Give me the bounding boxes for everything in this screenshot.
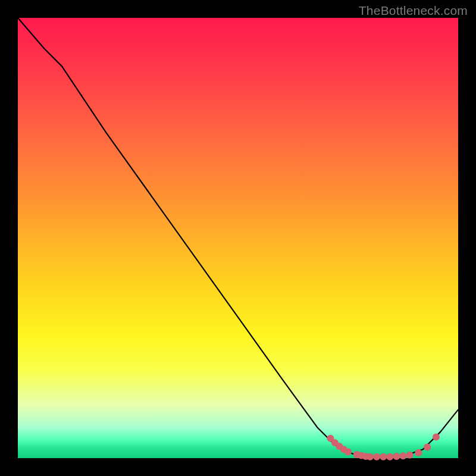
data-dot — [433, 434, 440, 441]
data-dot — [393, 453, 400, 460]
chart-container: TheBottleneck.com — [0, 0, 476, 476]
data-dot — [415, 449, 422, 456]
data-dot — [367, 453, 374, 461]
data-dot — [380, 453, 387, 461]
data-dot — [406, 452, 414, 459]
data-dot — [373, 453, 380, 461]
data-dot — [345, 449, 352, 456]
chart-svg — [18, 18, 458, 458]
data-dot — [424, 444, 431, 451]
watermark-text: TheBottleneck.com — [359, 4, 468, 18]
curve-line — [18, 18, 458, 457]
data-dot — [386, 453, 393, 461]
data-dot — [400, 452, 407, 459]
curve-dots — [327, 434, 440, 461]
plot-area — [18, 18, 458, 458]
